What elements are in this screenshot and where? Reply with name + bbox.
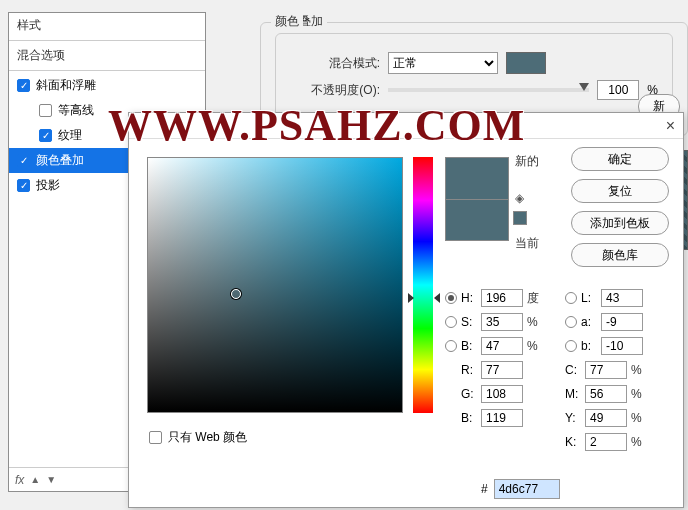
up-arrow-icon[interactable]: ▲ [30, 474, 40, 485]
s-input[interactable] [481, 313, 523, 331]
lab-b-input[interactable] [601, 337, 643, 355]
c-input[interactable] [585, 361, 627, 379]
ok-button[interactable]: 确定 [571, 147, 669, 171]
hue-pointer-icon[interactable] [408, 293, 414, 303]
color-picker-dialog: × 新的 ◈ 当前 确定 复位 添加到色板 颜色库 H:度 L: S:% [128, 112, 684, 508]
y-input[interactable] [585, 409, 627, 427]
current-color-swatch[interactable] [445, 199, 509, 241]
style-label: 颜色叠加 [36, 152, 84, 169]
style-label: 投影 [36, 177, 60, 194]
blend-mode-select[interactable]: 正常 [388, 52, 498, 74]
down-arrow-icon[interactable]: ▼ [46, 474, 56, 485]
sv-cursor-icon[interactable] [231, 289, 241, 299]
style-label: 等高线 [58, 102, 94, 119]
color-preview [445, 157, 509, 241]
h-input[interactable] [481, 289, 523, 307]
checkbox-icon[interactable] [17, 179, 30, 192]
style-label: 斜面和浮雕 [36, 77, 96, 94]
b-input[interactable] [481, 337, 523, 355]
web-only-label: 只有 Web 颜色 [168, 429, 247, 446]
checkbox-icon[interactable] [17, 154, 30, 167]
radio-h[interactable] [445, 292, 457, 304]
close-icon[interactable]: × [666, 117, 675, 135]
style-bevel[interactable]: 斜面和浮雕 [9, 73, 205, 98]
mini-swatch[interactable] [513, 211, 527, 225]
r-input[interactable] [481, 361, 523, 379]
color-library-button[interactable]: 颜色库 [571, 243, 669, 267]
checkbox-icon[interactable] [39, 104, 52, 117]
hue-slider[interactable] [413, 157, 433, 413]
styles-header: 样式 [9, 13, 205, 38]
style-label: 纹理 [58, 127, 82, 144]
add-swatch-button[interactable]: 添加到色板 [571, 211, 669, 235]
new-label: 新的 [515, 153, 539, 170]
color-swatch[interactable] [506, 52, 546, 74]
hex-input[interactable] [494, 479, 560, 499]
reset-button[interactable]: 复位 [571, 179, 669, 203]
cube-icon[interactable]: ◈ [515, 191, 529, 205]
fx-icon[interactable]: fx [15, 473, 24, 487]
radio-b[interactable] [445, 340, 457, 352]
opacity-label: 不透明度(O): [290, 82, 380, 99]
blend-options[interactable]: 混合选项 [9, 43, 205, 68]
radio-s[interactable] [445, 316, 457, 328]
k-input[interactable] [585, 433, 627, 451]
l-input[interactable] [601, 289, 643, 307]
hue-pointer-icon[interactable] [434, 293, 440, 303]
blend-mode-label: 混合模式: [290, 55, 380, 72]
hash: # [481, 482, 488, 496]
radio-lab-b[interactable] [565, 340, 577, 352]
checkbox-icon[interactable] [17, 79, 30, 92]
opacity-input[interactable] [597, 80, 639, 100]
current-label: 当前 [515, 235, 539, 252]
opacity-slider[interactable] [388, 88, 589, 92]
radio-l[interactable] [565, 292, 577, 304]
checkbox-icon[interactable] [149, 431, 162, 444]
saturation-value-field[interactable] [147, 157, 403, 413]
m-input[interactable] [585, 385, 627, 403]
g-input[interactable] [481, 385, 523, 403]
subgroup-title: 颜色 [271, 13, 303, 30]
a-input[interactable] [601, 313, 643, 331]
checkbox-icon[interactable] [39, 129, 52, 142]
rgb-b-input[interactable] [481, 409, 523, 427]
radio-a[interactable] [565, 316, 577, 328]
new-color-swatch[interactable] [445, 157, 509, 199]
